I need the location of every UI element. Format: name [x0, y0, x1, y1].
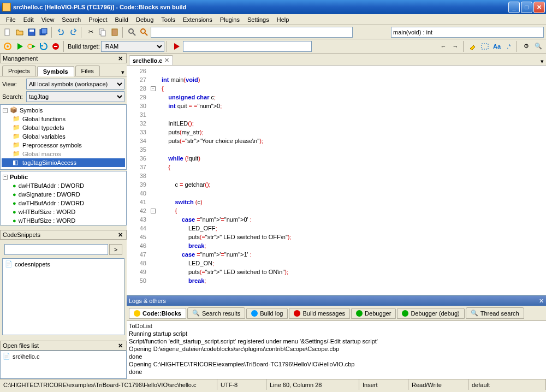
- menu-debug[interactable]: Debug: [132, 15, 157, 24]
- toolbar-2: Build target: RAM ← → Aa .* ⚙ 🔍: [0, 39, 546, 54]
- highlight-button[interactable]: [467, 41, 478, 52]
- codesnippets-title: CodeSnippets ✕: [0, 230, 127, 240]
- nav-fwd-button[interactable]: →: [450, 41, 461, 52]
- redo-button[interactable]: [68, 27, 79, 38]
- run-button[interactable]: [14, 41, 25, 52]
- editor-tab-hello[interactable]: src\hello.c ✕: [129, 55, 173, 65]
- open-files-list[interactable]: 📄src\hello.c: [0, 351, 127, 379]
- minimize-button[interactable]: _: [508, 2, 520, 13]
- editor-chevron-icon[interactable]: ▾: [541, 58, 544, 65]
- var-icon: ●: [13, 209, 16, 215]
- log-tab-threadsearch[interactable]: 🔍Thread search: [466, 307, 524, 319]
- search-select[interactable]: tagJtag: [26, 91, 124, 102]
- save-all-button[interactable]: [38, 27, 49, 38]
- menu-plugins[interactable]: Plugins: [216, 15, 244, 24]
- build-target-label: Build target:: [68, 43, 100, 50]
- management-close-icon[interactable]: ✕: [116, 55, 124, 62]
- code-editor[interactable]: 2627282930313233343536373839404142434445…: [127, 66, 546, 295]
- folder-icon: 📁: [13, 141, 20, 149]
- codesnippets-search-input[interactable]: [4, 244, 108, 255]
- paste-button[interactable]: [109, 27, 120, 38]
- build-run-button[interactable]: [26, 41, 37, 52]
- codesnippets-close-icon[interactable]: ✕: [116, 231, 124, 239]
- log-tab-debugger[interactable]: Debugger: [351, 308, 396, 319]
- menu-edit[interactable]: Edit: [20, 15, 38, 24]
- var-icon: ●: [13, 200, 16, 206]
- debug-continue-button[interactable]: [171, 41, 182, 52]
- logs-close-icon[interactable]: ✕: [539, 298, 544, 305]
- menu-file[interactable]: File: [2, 15, 20, 24]
- log-tab-buildlog[interactable]: Build log: [246, 308, 288, 319]
- mgmt-tabs: Projects Symbols Files ▾: [0, 63, 127, 76]
- cut-button[interactable]: ✂: [85, 27, 96, 38]
- folder-icon: 📁: [13, 124, 20, 132]
- log-tab-debuggerdbg[interactable]: Debugger (debug): [397, 308, 464, 319]
- status-insert: Insert: [359, 379, 408, 390]
- app-icon: [2, 3, 11, 11]
- selection-button[interactable]: [479, 41, 490, 52]
- rebuild-button[interactable]: [38, 41, 49, 52]
- copy-button[interactable]: [97, 27, 108, 38]
- open-file-button[interactable]: [14, 27, 25, 38]
- save-button[interactable]: [26, 27, 37, 38]
- logs-body[interactable]: ToDoListRunning startup scriptScript/fun…: [127, 321, 546, 379]
- debug-input[interactable]: [183, 41, 312, 52]
- new-file-button[interactable]: [2, 27, 13, 38]
- quick-search-input[interactable]: [151, 27, 353, 38]
- buildlog-icon: [251, 310, 258, 317]
- codesnippets-go-button[interactable]: >: [109, 244, 122, 255]
- log-tab-codeblocks[interactable]: Code::Blocks: [129, 308, 186, 319]
- status-position: Line 60, Column 28: [266, 379, 359, 390]
- menu-settings[interactable]: Settings: [244, 15, 273, 24]
- folder-icon: 📁: [13, 133, 20, 140]
- tab-projects[interactable]: Projects: [2, 66, 36, 76]
- replace-button[interactable]: [139, 27, 150, 38]
- symbol-lookup-input[interactable]: [391, 27, 544, 38]
- abort-button[interactable]: [50, 41, 61, 52]
- svg-point-13: [7, 45, 9, 47]
- editor-tab-close-icon[interactable]: ✕: [164, 57, 169, 64]
- tab-files[interactable]: Files: [75, 66, 100, 76]
- public-tree[interactable]: −Public ●dwHTBufAddr : DWORD ●dwSignatur…: [0, 171, 127, 225]
- search-label: Search:: [2, 93, 24, 100]
- settings-button[interactable]: ⚙: [521, 41, 532, 52]
- find-button[interactable]: [127, 27, 138, 38]
- menu-project[interactable]: Project: [85, 15, 111, 24]
- status-profile: default: [468, 379, 546, 390]
- svg-rect-16: [54, 46, 57, 47]
- menu-extensions[interactable]: Extensions: [179, 15, 216, 24]
- svg-rect-17: [482, 44, 488, 49]
- svg-line-9: [133, 33, 135, 35]
- build-button[interactable]: [2, 41, 13, 52]
- nav-back-button[interactable]: ←: [438, 41, 449, 52]
- maximize-button[interactable]: □: [521, 2, 532, 13]
- mgmt-chevron-icon[interactable]: ▾: [121, 69, 124, 76]
- case-button[interactable]: Aa: [491, 41, 502, 52]
- log-tab-search[interactable]: 🔍Search results: [187, 307, 245, 319]
- tab-symbols[interactable]: Symbols: [37, 66, 74, 76]
- menubar: File Edit View Search Project Build Debu…: [0, 14, 546, 25]
- menu-tools[interactable]: Tools: [157, 15, 179, 24]
- fold-gutter[interactable]: −−: [149, 66, 157, 295]
- status-path: C:\HIGHTEC\TRICORE\examples\TriBoard-TC1…: [0, 379, 217, 390]
- menu-view[interactable]: View: [38, 15, 58, 24]
- folder-icon: 📁: [13, 115, 20, 123]
- line-gutter: 2627282930313233343536373839404142434445…: [127, 66, 149, 295]
- open-files-close-icon[interactable]: ✕: [116, 342, 124, 349]
- management-pane: Management ✕ Projects Symbols Files ▾ Vi…: [0, 54, 127, 379]
- regex-button[interactable]: .*: [503, 41, 514, 52]
- view-select[interactable]: All local symbols (workspace): [26, 79, 124, 90]
- build-target-select[interactable]: RAM: [101, 41, 164, 52]
- menu-help[interactable]: Help: [273, 15, 293, 24]
- symbols-tree[interactable]: −📦Symbols 📁Global functions 📁Global type…: [0, 104, 127, 170]
- svg-point-10: [141, 29, 145, 33]
- search2-button[interactable]: 🔍: [533, 41, 544, 52]
- log-tab-buildmsg[interactable]: Build messages: [289, 308, 350, 319]
- menu-search[interactable]: Search: [58, 15, 85, 24]
- menu-build[interactable]: Build: [111, 15, 132, 24]
- undo-button[interactable]: [56, 27, 67, 38]
- svg-rect-7: [112, 29, 117, 35]
- close-button[interactable]: ✕: [533, 2, 545, 13]
- debugger2-icon: [402, 310, 408, 317]
- code-content[interactable]: int main(void){ unsigned char c; int qui…: [157, 66, 546, 295]
